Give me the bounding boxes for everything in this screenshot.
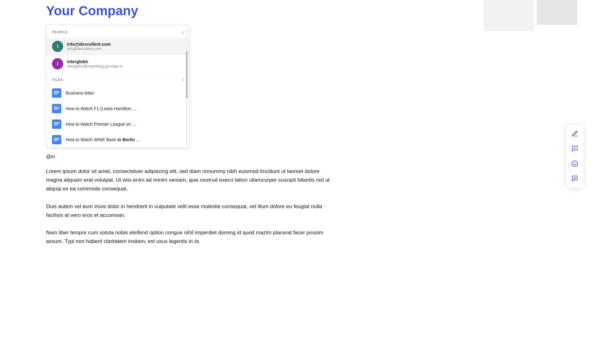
people-section-header: PEOPLE › — [46, 25, 189, 38]
dropdown-inner: PEOPLE › i info@devcellent.com info@devc… — [46, 25, 189, 147]
dropdown-panel: PEOPLE › i info@devcellent.com info@devc… — [46, 25, 189, 148]
body-paragraph-1: Lorem ipsum dolor sit amet, consectetuer… — [46, 167, 333, 193]
svg-rect-6 — [54, 108, 59, 109]
svg-rect-9 — [54, 122, 59, 123]
person-info-2: interglobe interglobe@marketing.goindigo… — [67, 59, 123, 68]
feedback-button[interactable] — [568, 172, 582, 185]
emoji-button[interactable] — [568, 157, 582, 170]
person-email-1: info@devcellent.com — [67, 47, 111, 51]
file-doc-icon-1 — [52, 88, 61, 98]
people-chevron-icon[interactable]: › — [182, 30, 183, 35]
file-name-3: How to Watch Premier League on … — [66, 122, 136, 127]
svg-rect-5 — [54, 107, 59, 107]
files-chevron-icon[interactable]: › — [182, 77, 183, 82]
svg-rect-7 — [54, 109, 58, 110]
file-item-3[interactable]: How to Watch Premier League on … — [46, 116, 189, 132]
person-name-2: interglobe — [67, 59, 123, 64]
add-comment-button[interactable] — [568, 142, 582, 156]
file-name-4: How to Watch WWE Bash in Berlin … — [66, 137, 140, 142]
file-doc-icon-3 — [52, 119, 61, 129]
body-paragraph-2: Duis autem vel eum iriure dolor in hendr… — [46, 202, 333, 220]
svg-rect-13 — [54, 138, 59, 138]
svg-rect-10 — [54, 124, 59, 124]
edit-pen-button[interactable] — [568, 127, 582, 141]
file-doc-icon-2 — [52, 104, 61, 113]
person-name-1: info@devcellent.com — [67, 42, 111, 47]
file-item-1[interactable]: Business letter — [46, 85, 189, 101]
file-doc-icon-4 — [52, 135, 61, 144]
deco-shape-2 — [537, 0, 577, 25]
at-mention-text: @in — [46, 154, 389, 160]
company-title: Your Company — [46, 3, 389, 19]
svg-rect-11 — [54, 125, 58, 125]
person-item-2[interactable]: i interglobe interglobe@marketing.goindi… — [46, 55, 189, 72]
svg-rect-2 — [54, 92, 59, 93]
file-name-1: Business letter — [66, 91, 94, 96]
svg-rect-14 — [54, 139, 59, 140]
svg-rect-3 — [54, 94, 58, 94]
svg-point-18 — [572, 161, 578, 166]
avatar-2: i — [52, 58, 63, 69]
svg-rect-15 — [54, 140, 58, 141]
svg-rect-1 — [54, 91, 59, 92]
file-item-4[interactable]: How to Watch WWE Bash in Berlin … — [46, 132, 189, 147]
file-item-2[interactable]: How to Watch F1 (Lewis Hamilton … — [46, 101, 189, 116]
scroll-thumb — [186, 51, 188, 98]
people-label: PEOPLE — [52, 30, 68, 34]
file-name-2: How to Watch F1 (Lewis Hamilton … — [66, 106, 137, 111]
page-container: Your Company PEOPLE › i info@devcellent.… — [0, 0, 596, 364]
body-paragraph-3: Nam liber tempor cum soluta nobis eleife… — [46, 228, 333, 246]
person-info-1: info@devcellent.com info@devcellent.com — [67, 42, 111, 51]
files-section-header: FILES › — [46, 73, 189, 85]
person-email-2: interglobe@marketing.goindigo.in — [67, 64, 123, 68]
main-content: Your Company PEOPLE › i info@devcellent.… — [46, 0, 389, 254]
right-toolbar — [566, 124, 584, 188]
deco-shape-1 — [484, 0, 534, 31]
avatar-1: i — [52, 41, 63, 52]
files-label: FILES — [52, 78, 63, 82]
person-item-1[interactable]: i info@devcellent.com info@devcellent.co… — [46, 38, 189, 55]
scroll-track[interactable] — [186, 28, 188, 145]
